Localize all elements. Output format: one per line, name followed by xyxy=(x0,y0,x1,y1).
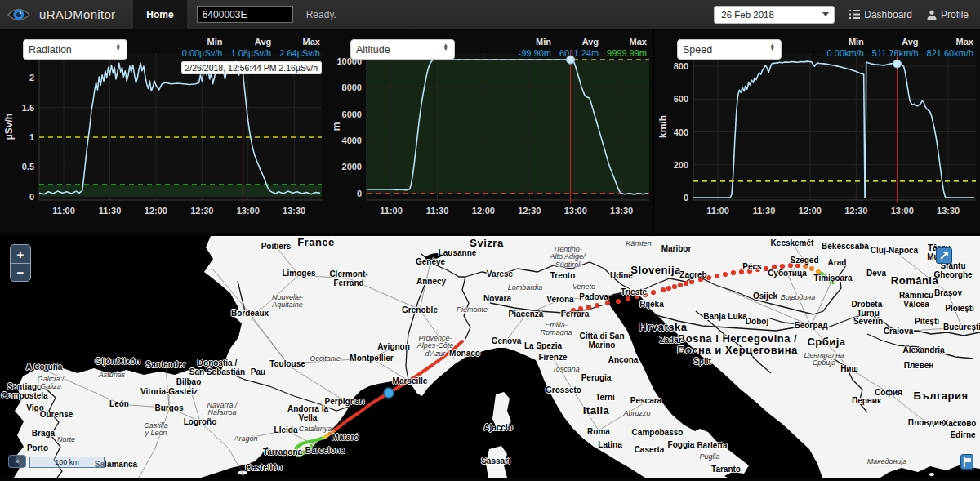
svg-text:600: 600 xyxy=(674,94,688,104)
svg-text:400: 400 xyxy=(674,127,688,137)
zoom-out-button[interactable]: − xyxy=(11,263,30,281)
min-label: Min xyxy=(519,37,551,47)
route-dot xyxy=(788,263,793,268)
min-label: Min xyxy=(182,37,223,47)
svg-text:13:30: 13:30 xyxy=(283,206,305,216)
stats-radiation: Min0.00µSv/hAvg1.08µSv/hMax2.64µSv/h xyxy=(182,37,320,58)
map-tiles[interactable] xyxy=(0,236,980,478)
max-label: Max xyxy=(279,37,320,47)
svg-text:11:00: 11:00 xyxy=(380,206,403,216)
svg-text:8000: 8000 xyxy=(342,82,362,92)
map-scale-bar: 100 km xyxy=(29,457,105,468)
zoom-control: +− xyxy=(10,244,31,282)
dashboard-list-icon xyxy=(849,10,860,19)
route-dot xyxy=(747,269,752,274)
expand-arrow-icon xyxy=(939,251,949,261)
max-value-altitude: 9999.99m xyxy=(607,48,647,58)
uradmonitor-logo-icon xyxy=(7,6,31,24)
max-label: Max xyxy=(927,37,973,47)
svg-text:12:00: 12:00 xyxy=(799,206,822,216)
svg-text:4000: 4000 xyxy=(342,136,362,145)
route-dot xyxy=(626,296,630,301)
svg-text:12:30: 12:30 xyxy=(844,206,867,216)
avg-value-radiation: 1.08µSv/h xyxy=(230,48,271,58)
max-value-radiation: 2.64µSv/h xyxy=(279,48,320,58)
attribution-toggle-button[interactable]: » xyxy=(8,455,26,468)
avg-value-speed: 511.76km/h xyxy=(872,48,919,58)
svg-text:12:30: 12:30 xyxy=(518,206,541,216)
route-dot xyxy=(723,272,728,277)
svg-text:200: 200 xyxy=(674,160,688,170)
attribution-flag-icon[interactable] xyxy=(960,454,973,470)
svg-text:13:00: 13:00 xyxy=(564,206,587,216)
route-dot xyxy=(616,299,621,304)
top-navbar: uRADMonitor Home Ready. 26 Feb 2018 Dash… xyxy=(0,0,980,29)
chart-panel-altitude: 020004000600080001000011:0011:3012:0012:… xyxy=(327,29,653,233)
svg-text:800: 800 xyxy=(674,61,688,71)
route-dot xyxy=(772,265,777,269)
chart-panel-radiation: 00.511.5211:0011:3012:0012:3013:0013:30µ… xyxy=(0,29,327,233)
route-dot xyxy=(684,281,688,286)
tab-home[interactable]: Home xyxy=(133,0,186,29)
svg-text:12:00: 12:00 xyxy=(145,206,167,216)
flight-map[interactable]: FranceSvizraSlovenijaHrvatskaItaliaRomân… xyxy=(0,236,980,478)
route-dot xyxy=(571,308,576,313)
svg-text:0: 0 xyxy=(357,189,362,198)
avg-label: Avg xyxy=(872,37,919,47)
svg-text:m: m xyxy=(331,122,342,131)
min-label: Min xyxy=(827,37,864,47)
svg-text:0: 0 xyxy=(684,193,688,203)
svg-text:13:30: 13:30 xyxy=(610,206,633,216)
route-dot xyxy=(595,303,599,308)
device-id-input[interactable] xyxy=(197,6,293,23)
svg-text:12:00: 12:00 xyxy=(472,206,495,216)
fullscreen-button[interactable] xyxy=(936,247,952,264)
route-dot xyxy=(635,294,639,299)
dashboard-label: Dashboard xyxy=(864,9,912,20)
metric-select-wrap-altitude: Altitude▲▼ xyxy=(350,39,455,60)
svg-text:12:30: 12:30 xyxy=(190,206,213,216)
brand-title: uRADMonitor xyxy=(39,7,115,21)
stats-altitude: Min-99.90mAvg6011.24mMax9999.99m xyxy=(519,37,647,58)
route-dot xyxy=(780,264,785,269)
svg-text:2000: 2000 xyxy=(342,162,362,171)
min-value-speed: 0.00km/h xyxy=(827,48,864,58)
route-dot xyxy=(715,274,719,278)
date-picker[interactable]: 26 Feb 2018 xyxy=(714,6,835,24)
svg-text:1: 1 xyxy=(29,132,34,142)
avg-label: Avg xyxy=(230,37,271,47)
route-dot xyxy=(643,292,648,297)
svg-text:µSv/h: µSv/h xyxy=(3,114,15,140)
svg-text:11:30: 11:30 xyxy=(99,206,122,216)
metric-select-radiation[interactable]: Radiation xyxy=(24,40,127,59)
route-dot xyxy=(795,263,800,268)
svg-text:km/h: km/h xyxy=(657,115,669,138)
route-dot xyxy=(689,279,694,284)
metric-select-wrap-speed: Speed▲▼ xyxy=(677,39,782,60)
svg-text:11:30: 11:30 xyxy=(753,206,776,216)
avg-value-altitude: 6011.24m xyxy=(559,48,599,58)
current-position-marker[interactable] xyxy=(384,388,394,398)
route-dot xyxy=(661,287,666,292)
route-dot xyxy=(698,277,703,282)
profile-person-icon xyxy=(927,10,937,20)
svg-text:11:00: 11:00 xyxy=(706,206,729,216)
metric-select-altitude[interactable]: Altitude xyxy=(351,40,454,59)
route-dot xyxy=(651,290,656,295)
svg-text:0: 0 xyxy=(29,192,34,202)
route-dot xyxy=(755,267,760,272)
profile-link[interactable]: Profile xyxy=(927,9,969,20)
route-dot xyxy=(809,266,814,271)
metric-select-speed[interactable]: Speed xyxy=(678,40,781,59)
route-dot xyxy=(605,301,610,305)
svg-text:13:00: 13:00 xyxy=(891,206,914,216)
hover-tooltip: 2/26/2018, 12:56:44 PM 2.16µSv/h xyxy=(181,61,323,74)
dashboard-link[interactable]: Dashboard xyxy=(849,9,912,20)
route-dot xyxy=(672,284,677,289)
route-dot xyxy=(586,305,591,310)
route-dot xyxy=(678,283,683,287)
date-select[interactable]: 26 Feb 2018 xyxy=(714,6,835,24)
route-dot xyxy=(731,270,736,275)
zoom-in-button[interactable]: + xyxy=(11,245,30,263)
max-value-speed: 821.60km/h xyxy=(927,48,973,58)
